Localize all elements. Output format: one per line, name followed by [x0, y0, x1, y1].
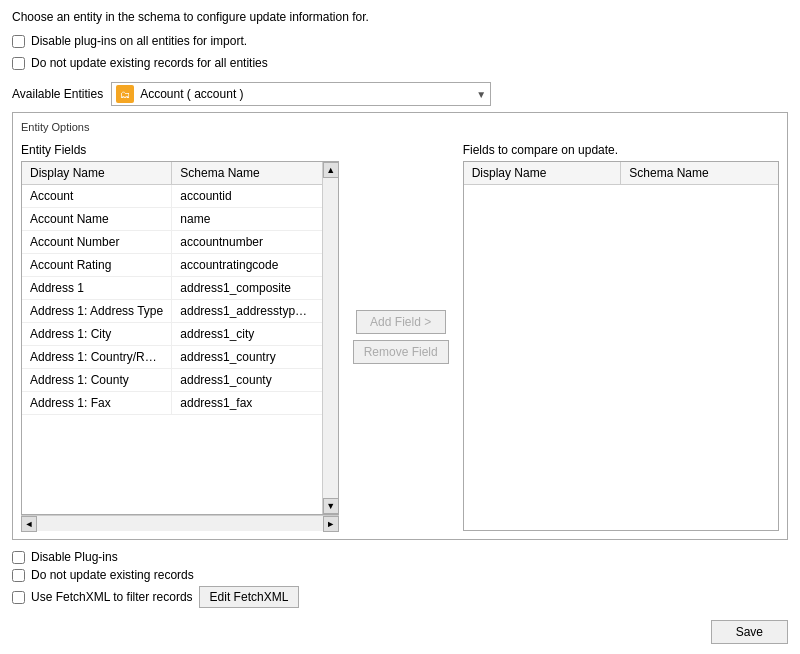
- entity-fields-header: Display Name Schema Name: [22, 162, 322, 185]
- vertical-scrollbar: ▲ ▼: [322, 162, 338, 514]
- display-name-cell: Address 1: City: [22, 323, 172, 345]
- entity-options-label: Entity Options: [21, 121, 779, 133]
- scroll-right-button[interactable]: ►: [323, 516, 339, 532]
- schema-name-cell: address1_fax: [172, 392, 321, 414]
- table-row[interactable]: Address 1: Address Typeaddress1_addresst…: [22, 300, 322, 323]
- schema-name-cell: address1_addresstypecc: [172, 300, 321, 322]
- schema-name-cell: accountratingcode: [172, 254, 321, 276]
- disable-plugins-checkbox[interactable]: [12, 551, 25, 564]
- disable-plugins-global-row: Disable plug-ins on all entities for imp…: [12, 34, 788, 48]
- edit-fetchxml-button[interactable]: Edit FetchXML: [199, 586, 300, 608]
- schema-name-cell: accountid: [172, 185, 321, 207]
- table-row[interactable]: Account Numberaccountnumber: [22, 231, 322, 254]
- entity-fields-title: Entity Fields: [21, 143, 339, 157]
- scroll-down-button[interactable]: ▼: [323, 498, 339, 514]
- horizontal-scrollbar: ◄ ►: [21, 515, 339, 531]
- entity-fields-rows-area: Display Name Schema Name Accountaccounti…: [22, 162, 322, 514]
- fetchxml-checkbox[interactable]: [12, 591, 25, 604]
- fields-compare-panel: Fields to compare on update. Display Nam…: [463, 143, 779, 531]
- available-entities-label: Available Entities: [12, 87, 103, 101]
- display-name-cell: Account Rating: [22, 254, 172, 276]
- scroll-track: [323, 178, 338, 498]
- disable-plugins-global-checkbox[interactable]: [12, 35, 25, 48]
- no-update-checkbox[interactable]: [12, 569, 25, 582]
- entity-dropdown-text: Account ( account ): [140, 87, 476, 101]
- no-update-row: Do not update existing records: [12, 568, 788, 582]
- no-update-global-row: Do not update existing records for all e…: [12, 56, 788, 70]
- no-update-label: Do not update existing records: [31, 568, 194, 582]
- table-row[interactable]: Account Namename: [22, 208, 322, 231]
- schema-name-cell: address1_county: [172, 369, 321, 391]
- add-remove-buttons: Add Field > Remove Field: [347, 143, 455, 531]
- display-name-cell: Address 1: [22, 277, 172, 299]
- fields-compare-title: Fields to compare on update.: [463, 143, 779, 157]
- schema-name-cell: address1_composite: [172, 277, 321, 299]
- table-row[interactable]: Accountaccountid: [22, 185, 322, 208]
- display-name-cell: Address 1: Country/Region: [22, 346, 172, 368]
- display-name-cell: Address 1: Address Type: [22, 300, 172, 322]
- entity-fields-table-wrapper: Display Name Schema Name Accountaccounti…: [21, 161, 339, 531]
- schema-name-cell: address1_country: [172, 346, 321, 368]
- available-entities-row: Available Entities 🗂 Account ( account )…: [12, 82, 788, 106]
- entity-icon: 🗂: [116, 85, 134, 103]
- fetchxml-label: Use FetchXML to filter records: [31, 590, 193, 604]
- disable-plugins-row: Disable Plug-ins: [12, 550, 788, 564]
- fetchxml-row: Use FetchXML to filter records Edit Fetc…: [12, 586, 788, 608]
- add-field-button[interactable]: Add Field >: [356, 310, 446, 334]
- top-description: Choose an entity in the schema to config…: [12, 10, 788, 24]
- table-row[interactable]: Address 1: Countyaddress1_county: [22, 369, 322, 392]
- save-row: Save: [12, 620, 788, 644]
- display-name-cell: Account Name: [22, 208, 172, 230]
- disable-plugins-global-label: Disable plug-ins on all entities for imp…: [31, 34, 247, 48]
- table-row[interactable]: Address 1: Faxaddress1_fax: [22, 392, 322, 415]
- no-update-global-label: Do not update existing records for all e…: [31, 56, 268, 70]
- entity-fields-col1: Display Name: [22, 162, 172, 184]
- compare-col2: Schema Name: [621, 162, 778, 184]
- schema-name-cell: address1_city: [172, 323, 321, 345]
- remove-field-button[interactable]: Remove Field: [353, 340, 449, 364]
- table-row[interactable]: Address 1: Cityaddress1_city: [22, 323, 322, 346]
- available-entities-dropdown[interactable]: 🗂 Account ( account ) ▼: [111, 82, 491, 106]
- entity-fields-col2: Schema Name: [172, 162, 321, 184]
- table-row[interactable]: Address 1address1_composite: [22, 277, 322, 300]
- fields-compare-header: Display Name Schema Name: [464, 162, 778, 185]
- save-button[interactable]: Save: [711, 620, 788, 644]
- disable-plugins-label: Disable Plug-ins: [31, 550, 118, 564]
- bottom-options: Disable Plug-ins Do not update existing …: [12, 550, 788, 608]
- display-name-cell: Address 1: Fax: [22, 392, 172, 414]
- main-container: Choose an entity in the schema to config…: [0, 0, 800, 654]
- schema-name-cell: accountnumber: [172, 231, 321, 253]
- display-name-cell: Account Number: [22, 231, 172, 253]
- entity-fields-body: AccountaccountidAccount NamenameAccount …: [22, 185, 322, 415]
- display-name-cell: Address 1: County: [22, 369, 172, 391]
- fields-compare-table: Display Name Schema Name: [463, 161, 779, 531]
- display-name-cell: Account: [22, 185, 172, 207]
- compare-table-body: [464, 185, 778, 530]
- entity-fields-panel: Entity Fields Display Name Schema Name A…: [21, 143, 339, 531]
- scroll-up-button[interactable]: ▲: [323, 162, 339, 178]
- no-update-global-checkbox[interactable]: [12, 57, 25, 70]
- entity-options-box: Entity Options Entity Fields Display Nam…: [12, 112, 788, 540]
- scroll-left-button[interactable]: ◄: [21, 516, 37, 532]
- compare-col1: Display Name: [464, 162, 622, 184]
- chevron-down-icon: ▼: [476, 89, 486, 100]
- table-row[interactable]: Account Ratingaccountratingcode: [22, 254, 322, 277]
- table-row[interactable]: Address 1: Country/Regionaddress1_countr…: [22, 346, 322, 369]
- schema-name-cell: name: [172, 208, 321, 230]
